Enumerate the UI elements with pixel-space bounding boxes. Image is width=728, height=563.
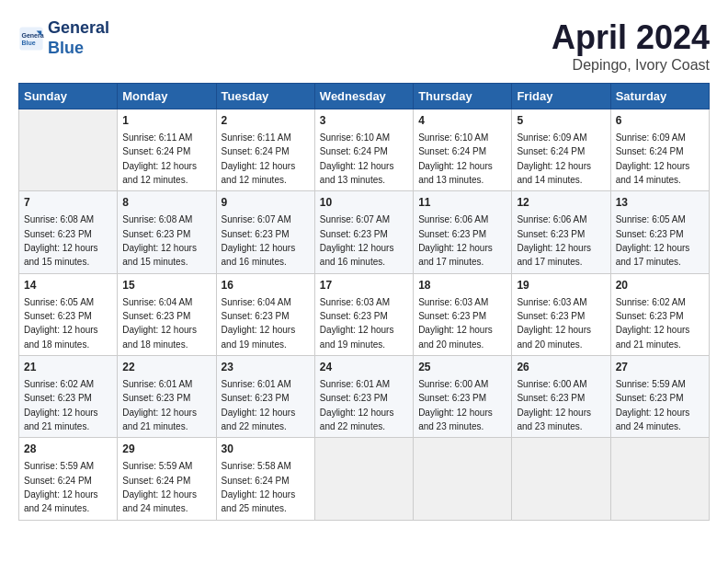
calendar-week-row: 14Sunrise: 6:05 AM Sunset: 6:23 PM Dayli… xyxy=(19,273,710,355)
logo-text: General Blue xyxy=(48,18,109,58)
day-number: 11 xyxy=(418,195,506,211)
day-number: 7 xyxy=(24,195,112,211)
calendar-cell xyxy=(414,438,512,520)
day-number: 26 xyxy=(517,360,605,375)
day-detail: Sunrise: 6:11 AM Sunset: 6:24 PM Dayligh… xyxy=(122,132,197,185)
day-number: 4 xyxy=(418,113,506,129)
day-detail: Sunrise: 6:11 AM Sunset: 6:24 PM Dayligh… xyxy=(222,132,296,185)
day-detail: Sunrise: 6:06 AM Sunset: 6:23 PM Dayligh… xyxy=(418,214,493,267)
day-number: 5 xyxy=(517,113,605,129)
calendar-table: SundayMondayTuesdayWednesdayThursdayFrid… xyxy=(18,83,710,521)
svg-text:Blue: Blue xyxy=(22,40,36,46)
day-detail: Sunrise: 6:02 AM Sunset: 6:23 PM Dayligh… xyxy=(616,297,690,350)
day-detail: Sunrise: 6:00 AM Sunset: 6:23 PM Dayligh… xyxy=(418,379,493,431)
day-detail: Sunrise: 6:04 AM Sunset: 6:23 PM Dayligh… xyxy=(222,297,296,350)
calendar-cell: 9Sunrise: 6:07 AM Sunset: 6:23 PM Daylig… xyxy=(216,191,314,273)
day-number: 2 xyxy=(222,113,310,129)
calendar-cell: 3Sunrise: 6:10 AM Sunset: 6:24 PM Daylig… xyxy=(314,109,413,191)
day-number: 6 xyxy=(616,113,704,129)
day-number: 13 xyxy=(616,195,704,211)
day-detail: Sunrise: 6:01 AM Sunset: 6:23 PM Dayligh… xyxy=(222,379,296,431)
day-number: 14 xyxy=(24,278,112,293)
day-number: 25 xyxy=(418,360,506,375)
day-detail: Sunrise: 6:09 AM Sunset: 6:24 PM Dayligh… xyxy=(616,132,690,185)
location: Depingo, Ivory Coast xyxy=(552,57,710,74)
calendar-body: 1Sunrise: 6:11 AM Sunset: 6:24 PM Daylig… xyxy=(19,109,710,521)
day-number: 1 xyxy=(122,113,210,129)
calendar-cell: 28Sunrise: 5:59 AM Sunset: 6:24 PM Dayli… xyxy=(19,438,118,520)
weekday-header: Thursday xyxy=(414,84,512,109)
calendar-cell: 17Sunrise: 6:03 AM Sunset: 6:23 PM Dayli… xyxy=(314,273,413,355)
svg-rect-1 xyxy=(19,27,42,50)
day-number: 24 xyxy=(320,360,408,375)
calendar-cell: 26Sunrise: 6:00 AM Sunset: 6:23 PM Dayli… xyxy=(512,356,610,438)
logo-icon: General Blue xyxy=(18,26,44,52)
day-detail: Sunrise: 6:10 AM Sunset: 6:24 PM Dayligh… xyxy=(418,132,493,185)
day-detail: Sunrise: 5:59 AM Sunset: 6:24 PM Dayligh… xyxy=(24,461,98,513)
calendar-cell xyxy=(512,438,610,520)
calendar-week-row: 7Sunrise: 6:08 AM Sunset: 6:23 PM Daylig… xyxy=(19,191,710,273)
day-detail: Sunrise: 6:09 AM Sunset: 6:24 PM Dayligh… xyxy=(517,132,591,185)
weekday-header: Tuesday xyxy=(216,84,314,109)
calendar-cell xyxy=(19,109,118,191)
calendar-cell: 20Sunrise: 6:02 AM Sunset: 6:23 PM Dayli… xyxy=(610,273,709,355)
day-number: 15 xyxy=(122,278,210,293)
calendar-week-row: 1Sunrise: 6:11 AM Sunset: 6:24 PM Daylig… xyxy=(19,109,710,191)
day-number: 8 xyxy=(122,195,210,211)
day-detail: Sunrise: 6:03 AM Sunset: 6:23 PM Dayligh… xyxy=(418,297,493,350)
calendar-cell: 13Sunrise: 6:05 AM Sunset: 6:23 PM Dayli… xyxy=(610,191,709,273)
calendar-cell: 21Sunrise: 6:02 AM Sunset: 6:23 PM Dayli… xyxy=(19,356,118,438)
calendar-cell: 23Sunrise: 6:01 AM Sunset: 6:23 PM Dayli… xyxy=(216,356,314,438)
calendar-cell xyxy=(610,438,709,520)
day-detail: Sunrise: 5:58 AM Sunset: 6:24 PM Dayligh… xyxy=(222,461,296,513)
day-detail: Sunrise: 6:07 AM Sunset: 6:23 PM Dayligh… xyxy=(320,214,394,267)
calendar-week-row: 28Sunrise: 5:59 AM Sunset: 6:24 PM Dayli… xyxy=(19,438,710,520)
day-number: 12 xyxy=(517,195,605,211)
calendar-cell: 16Sunrise: 6:04 AM Sunset: 6:23 PM Dayli… xyxy=(216,273,314,355)
calendar-cell: 12Sunrise: 6:06 AM Sunset: 6:23 PM Dayli… xyxy=(512,191,610,273)
calendar-cell: 30Sunrise: 5:58 AM Sunset: 6:24 PM Dayli… xyxy=(216,438,314,520)
day-number: 3 xyxy=(320,113,408,129)
day-detail: Sunrise: 6:10 AM Sunset: 6:24 PM Dayligh… xyxy=(320,132,394,185)
weekday-header: Sunday xyxy=(19,84,118,109)
day-number: 30 xyxy=(222,442,310,457)
calendar-cell: 15Sunrise: 6:04 AM Sunset: 6:23 PM Dayli… xyxy=(118,273,216,355)
calendar-cell: 25Sunrise: 6:00 AM Sunset: 6:23 PM Dayli… xyxy=(414,356,512,438)
calendar-week-row: 21Sunrise: 6:02 AM Sunset: 6:23 PM Dayli… xyxy=(19,356,710,438)
day-detail: Sunrise: 6:05 AM Sunset: 6:23 PM Dayligh… xyxy=(24,297,98,350)
calendar-cell: 19Sunrise: 6:03 AM Sunset: 6:23 PM Dayli… xyxy=(512,273,610,355)
day-number: 21 xyxy=(24,360,112,375)
calendar-cell: 2Sunrise: 6:11 AM Sunset: 6:24 PM Daylig… xyxy=(216,109,314,191)
day-number: 22 xyxy=(122,360,210,375)
day-number: 18 xyxy=(418,278,506,293)
day-detail: Sunrise: 6:03 AM Sunset: 6:23 PM Dayligh… xyxy=(320,297,394,350)
day-detail: Sunrise: 6:00 AM Sunset: 6:23 PM Dayligh… xyxy=(517,379,591,431)
calendar-cell: 14Sunrise: 6:05 AM Sunset: 6:23 PM Dayli… xyxy=(19,273,118,355)
day-detail: Sunrise: 6:02 AM Sunset: 6:23 PM Dayligh… xyxy=(24,379,98,431)
calendar-cell: 1Sunrise: 6:11 AM Sunset: 6:24 PM Daylig… xyxy=(118,109,216,191)
month-title: April 2024 xyxy=(552,18,710,57)
calendar-cell: 5Sunrise: 6:09 AM Sunset: 6:24 PM Daylig… xyxy=(512,109,610,191)
calendar-header-row: SundayMondayTuesdayWednesdayThursdayFrid… xyxy=(19,84,710,109)
calendar-cell: 10Sunrise: 6:07 AM Sunset: 6:23 PM Dayli… xyxy=(314,191,413,273)
day-number: 17 xyxy=(320,278,408,293)
calendar-cell: 6Sunrise: 6:09 AM Sunset: 6:24 PM Daylig… xyxy=(610,109,709,191)
day-detail: Sunrise: 6:06 AM Sunset: 6:23 PM Dayligh… xyxy=(517,214,591,267)
calendar-cell: 29Sunrise: 5:59 AM Sunset: 6:24 PM Dayli… xyxy=(118,438,216,520)
calendar-cell: 18Sunrise: 6:03 AM Sunset: 6:23 PM Dayli… xyxy=(414,273,512,355)
day-detail: Sunrise: 6:07 AM Sunset: 6:23 PM Dayligh… xyxy=(222,214,296,267)
day-detail: Sunrise: 6:08 AM Sunset: 6:23 PM Dayligh… xyxy=(24,214,98,267)
weekday-header: Saturday xyxy=(610,84,709,109)
day-detail: Sunrise: 6:01 AM Sunset: 6:23 PM Dayligh… xyxy=(320,379,394,431)
day-number: 28 xyxy=(24,442,112,457)
day-detail: Sunrise: 5:59 AM Sunset: 6:24 PM Dayligh… xyxy=(122,461,197,513)
day-detail: Sunrise: 6:03 AM Sunset: 6:23 PM Dayligh… xyxy=(517,297,591,350)
calendar-cell: 22Sunrise: 6:01 AM Sunset: 6:23 PM Dayli… xyxy=(118,356,216,438)
weekday-header: Monday xyxy=(118,84,216,109)
calendar-cell: 27Sunrise: 5:59 AM Sunset: 6:23 PM Dayli… xyxy=(610,356,709,438)
weekday-header: Friday xyxy=(512,84,610,109)
calendar-cell: 8Sunrise: 6:08 AM Sunset: 6:23 PM Daylig… xyxy=(118,191,216,273)
day-number: 29 xyxy=(122,442,210,457)
day-detail: Sunrise: 6:05 AM Sunset: 6:23 PM Dayligh… xyxy=(616,214,690,267)
calendar-cell: 11Sunrise: 6:06 AM Sunset: 6:23 PM Dayli… xyxy=(414,191,512,273)
